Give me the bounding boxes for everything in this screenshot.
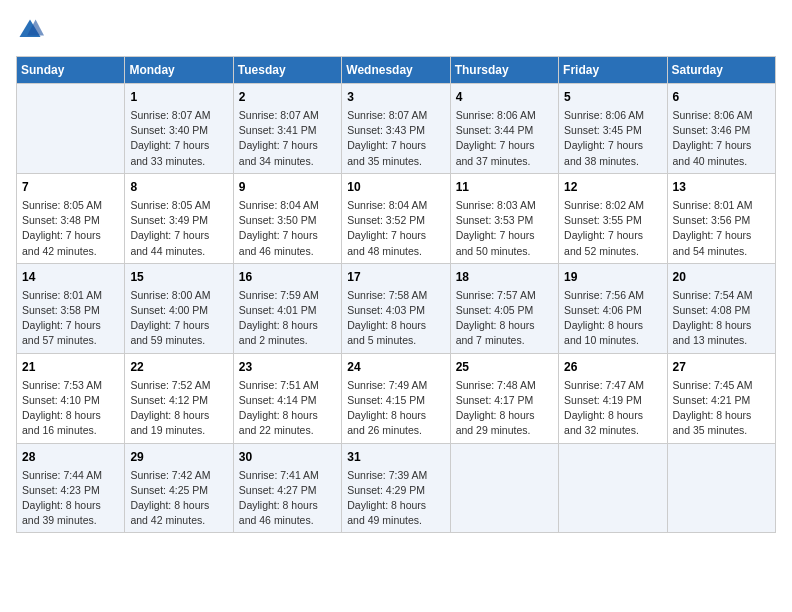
day-number: 11 — [456, 178, 553, 196]
day-number: 10 — [347, 178, 444, 196]
day-number: 6 — [673, 88, 770, 106]
day-detail: Sunrise: 7:49 AM Sunset: 4:15 PM Dayligh… — [347, 378, 444, 439]
calendar-cell: 2Sunrise: 8:07 AM Sunset: 3:41 PM Daylig… — [233, 84, 341, 174]
day-detail: Sunrise: 7:56 AM Sunset: 4:06 PM Dayligh… — [564, 288, 661, 349]
day-number: 12 — [564, 178, 661, 196]
day-number: 1 — [130, 88, 227, 106]
calendar-cell: 6Sunrise: 8:06 AM Sunset: 3:46 PM Daylig… — [667, 84, 775, 174]
calendar-cell: 4Sunrise: 8:06 AM Sunset: 3:44 PM Daylig… — [450, 84, 558, 174]
day-number: 20 — [673, 268, 770, 286]
day-number: 16 — [239, 268, 336, 286]
day-detail: Sunrise: 7:41 AM Sunset: 4:27 PM Dayligh… — [239, 468, 336, 529]
calendar-cell: 21Sunrise: 7:53 AM Sunset: 4:10 PM Dayli… — [17, 353, 125, 443]
calendar-week-row: 21Sunrise: 7:53 AM Sunset: 4:10 PM Dayli… — [17, 353, 776, 443]
calendar-cell — [667, 443, 775, 533]
day-number: 3 — [347, 88, 444, 106]
calendar-week-row: 1Sunrise: 8:07 AM Sunset: 3:40 PM Daylig… — [17, 84, 776, 174]
calendar-cell: 12Sunrise: 8:02 AM Sunset: 3:55 PM Dayli… — [559, 173, 667, 263]
day-detail: Sunrise: 7:57 AM Sunset: 4:05 PM Dayligh… — [456, 288, 553, 349]
weekday-header-monday: Monday — [125, 57, 233, 84]
day-number: 4 — [456, 88, 553, 106]
day-number: 27 — [673, 358, 770, 376]
weekday-header-friday: Friday — [559, 57, 667, 84]
calendar-cell: 19Sunrise: 7:56 AM Sunset: 4:06 PM Dayli… — [559, 263, 667, 353]
calendar-cell: 20Sunrise: 7:54 AM Sunset: 4:08 PM Dayli… — [667, 263, 775, 353]
day-detail: Sunrise: 8:07 AM Sunset: 3:43 PM Dayligh… — [347, 108, 444, 169]
calendar-cell: 28Sunrise: 7:44 AM Sunset: 4:23 PM Dayli… — [17, 443, 125, 533]
day-number: 21 — [22, 358, 119, 376]
day-number: 18 — [456, 268, 553, 286]
day-detail: Sunrise: 7:51 AM Sunset: 4:14 PM Dayligh… — [239, 378, 336, 439]
day-detail: Sunrise: 7:54 AM Sunset: 4:08 PM Dayligh… — [673, 288, 770, 349]
logo-icon — [16, 16, 44, 44]
calendar-cell: 7Sunrise: 8:05 AM Sunset: 3:48 PM Daylig… — [17, 173, 125, 263]
calendar-cell: 30Sunrise: 7:41 AM Sunset: 4:27 PM Dayli… — [233, 443, 341, 533]
day-number: 14 — [22, 268, 119, 286]
day-detail: Sunrise: 8:06 AM Sunset: 3:44 PM Dayligh… — [456, 108, 553, 169]
day-number: 29 — [130, 448, 227, 466]
day-number: 9 — [239, 178, 336, 196]
calendar-cell: 8Sunrise: 8:05 AM Sunset: 3:49 PM Daylig… — [125, 173, 233, 263]
day-detail: Sunrise: 8:07 AM Sunset: 3:41 PM Dayligh… — [239, 108, 336, 169]
weekday-header-sunday: Sunday — [17, 57, 125, 84]
day-detail: Sunrise: 7:42 AM Sunset: 4:25 PM Dayligh… — [130, 468, 227, 529]
calendar-cell — [559, 443, 667, 533]
day-number: 30 — [239, 448, 336, 466]
calendar-table: SundayMondayTuesdayWednesdayThursdayFrid… — [16, 56, 776, 533]
calendar-cell: 29Sunrise: 7:42 AM Sunset: 4:25 PM Dayli… — [125, 443, 233, 533]
calendar-cell: 11Sunrise: 8:03 AM Sunset: 3:53 PM Dayli… — [450, 173, 558, 263]
calendar-cell: 15Sunrise: 8:00 AM Sunset: 4:00 PM Dayli… — [125, 263, 233, 353]
calendar-cell: 26Sunrise: 7:47 AM Sunset: 4:19 PM Dayli… — [559, 353, 667, 443]
day-number: 15 — [130, 268, 227, 286]
day-number: 13 — [673, 178, 770, 196]
weekday-header-wednesday: Wednesday — [342, 57, 450, 84]
day-number: 22 — [130, 358, 227, 376]
calendar-week-row: 28Sunrise: 7:44 AM Sunset: 4:23 PM Dayli… — [17, 443, 776, 533]
calendar-cell — [450, 443, 558, 533]
day-detail: Sunrise: 7:52 AM Sunset: 4:12 PM Dayligh… — [130, 378, 227, 439]
weekday-header-row: SundayMondayTuesdayWednesdayThursdayFrid… — [17, 57, 776, 84]
weekday-header-tuesday: Tuesday — [233, 57, 341, 84]
day-detail: Sunrise: 7:47 AM Sunset: 4:19 PM Dayligh… — [564, 378, 661, 439]
day-detail: Sunrise: 8:01 AM Sunset: 3:58 PM Dayligh… — [22, 288, 119, 349]
day-detail: Sunrise: 7:45 AM Sunset: 4:21 PM Dayligh… — [673, 378, 770, 439]
day-detail: Sunrise: 7:53 AM Sunset: 4:10 PM Dayligh… — [22, 378, 119, 439]
day-detail: Sunrise: 8:00 AM Sunset: 4:00 PM Dayligh… — [130, 288, 227, 349]
day-detail: Sunrise: 8:03 AM Sunset: 3:53 PM Dayligh… — [456, 198, 553, 259]
day-detail: Sunrise: 8:05 AM Sunset: 3:49 PM Dayligh… — [130, 198, 227, 259]
calendar-cell: 31Sunrise: 7:39 AM Sunset: 4:29 PM Dayli… — [342, 443, 450, 533]
weekday-header-saturday: Saturday — [667, 57, 775, 84]
day-detail: Sunrise: 8:04 AM Sunset: 3:52 PM Dayligh… — [347, 198, 444, 259]
calendar-cell: 22Sunrise: 7:52 AM Sunset: 4:12 PM Dayli… — [125, 353, 233, 443]
calendar-cell: 27Sunrise: 7:45 AM Sunset: 4:21 PM Dayli… — [667, 353, 775, 443]
day-number: 7 — [22, 178, 119, 196]
day-detail: Sunrise: 7:59 AM Sunset: 4:01 PM Dayligh… — [239, 288, 336, 349]
calendar-cell: 1Sunrise: 8:07 AM Sunset: 3:40 PM Daylig… — [125, 84, 233, 174]
day-number: 23 — [239, 358, 336, 376]
calendar-cell: 17Sunrise: 7:58 AM Sunset: 4:03 PM Dayli… — [342, 263, 450, 353]
day-detail: Sunrise: 7:58 AM Sunset: 4:03 PM Dayligh… — [347, 288, 444, 349]
calendar-cell: 24Sunrise: 7:49 AM Sunset: 4:15 PM Dayli… — [342, 353, 450, 443]
day-detail: Sunrise: 8:02 AM Sunset: 3:55 PM Dayligh… — [564, 198, 661, 259]
day-number: 5 — [564, 88, 661, 106]
day-number: 2 — [239, 88, 336, 106]
day-detail: Sunrise: 8:05 AM Sunset: 3:48 PM Dayligh… — [22, 198, 119, 259]
page-header — [16, 16, 776, 44]
calendar-cell: 18Sunrise: 7:57 AM Sunset: 4:05 PM Dayli… — [450, 263, 558, 353]
calendar-cell: 16Sunrise: 7:59 AM Sunset: 4:01 PM Dayli… — [233, 263, 341, 353]
calendar-week-row: 14Sunrise: 8:01 AM Sunset: 3:58 PM Dayli… — [17, 263, 776, 353]
calendar-cell: 5Sunrise: 8:06 AM Sunset: 3:45 PM Daylig… — [559, 84, 667, 174]
calendar-cell — [17, 84, 125, 174]
day-detail: Sunrise: 8:07 AM Sunset: 3:40 PM Dayligh… — [130, 108, 227, 169]
calendar-cell: 14Sunrise: 8:01 AM Sunset: 3:58 PM Dayli… — [17, 263, 125, 353]
day-detail: Sunrise: 8:04 AM Sunset: 3:50 PM Dayligh… — [239, 198, 336, 259]
day-detail: Sunrise: 8:06 AM Sunset: 3:45 PM Dayligh… — [564, 108, 661, 169]
day-detail: Sunrise: 8:06 AM Sunset: 3:46 PM Dayligh… — [673, 108, 770, 169]
calendar-week-row: 7Sunrise: 8:05 AM Sunset: 3:48 PM Daylig… — [17, 173, 776, 263]
calendar-cell: 9Sunrise: 8:04 AM Sunset: 3:50 PM Daylig… — [233, 173, 341, 263]
day-detail: Sunrise: 7:48 AM Sunset: 4:17 PM Dayligh… — [456, 378, 553, 439]
day-detail: Sunrise: 8:01 AM Sunset: 3:56 PM Dayligh… — [673, 198, 770, 259]
day-number: 19 — [564, 268, 661, 286]
day-detail: Sunrise: 7:44 AM Sunset: 4:23 PM Dayligh… — [22, 468, 119, 529]
calendar-cell: 3Sunrise: 8:07 AM Sunset: 3:43 PM Daylig… — [342, 84, 450, 174]
